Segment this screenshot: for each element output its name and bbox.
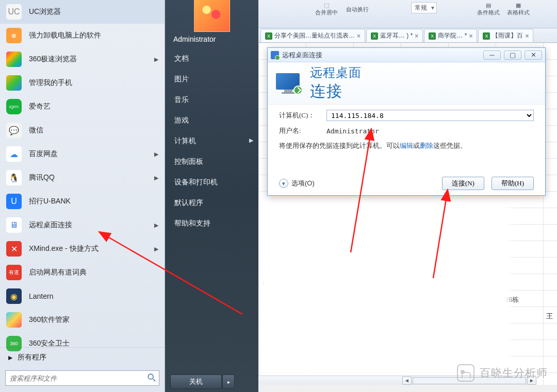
tab-close-icon[interactable]: × (525, 32, 529, 40)
program-item-0[interactable]: UCUC浏览器 (0, 0, 165, 24)
number-format-combo[interactable]: 常规 (411, 2, 437, 13)
shutdown-options-button[interactable]: ▸ (222, 374, 235, 389)
program-label: Lantern (29, 292, 53, 300)
program-item-10[interactable]: ✕XMind.exe - 快捷方式▶ (0, 237, 165, 261)
search-input[interactable] (5, 370, 159, 386)
username-value: Administrator (326, 127, 379, 135)
document-tab-0[interactable]: 分享个美国…量站点引流表…× (260, 29, 365, 42)
program-label: 远程桌面连接 (29, 220, 72, 230)
options-label: 选项(O) (291, 179, 315, 188)
program-label: 启动网易有道词典 (29, 268, 87, 277)
tab-label: 商学院… * (438, 31, 467, 40)
program-label: UC浏览器 (29, 7, 61, 16)
tab-close-icon[interactable]: × (357, 32, 361, 40)
start-right-item-3[interactable]: 游戏 (165, 110, 258, 131)
banner-line1: 远程桌面 (310, 64, 362, 81)
program-label: 百度网盘 (29, 149, 58, 159)
user-avatar[interactable] (194, 0, 230, 32)
table-style-button[interactable]: ▦表格样式 (507, 2, 530, 16)
excel-file-icon (371, 32, 378, 40)
program-icon (6, 312, 22, 328)
submenu-arrow-icon: ▶ (154, 151, 158, 158)
program-icon: 🖥 (6, 217, 22, 233)
tab-close-icon[interactable]: × (469, 32, 472, 40)
start-right-item-0[interactable]: 文档 (165, 48, 258, 69)
excel-file-icon (265, 32, 272, 40)
document-tab-1[interactable]: 蓝牙耳… ) *× (366, 29, 423, 42)
cell-text: 王 (546, 312, 553, 321)
all-programs-label: 所有程序 (18, 353, 46, 362)
watermark-text: 百晓生分析师 (480, 366, 548, 380)
program-item-11[interactable]: 有道启动网易有道词典 (0, 261, 165, 284)
program-item-6[interactable]: ☁百度网盘▶ (0, 142, 165, 166)
program-icon: 🐧 (6, 170, 22, 185)
program-label: 360极速浏览器 (29, 55, 77, 64)
program-label: XMind.exe - 快捷方式 (29, 244, 99, 253)
program-label: 强力卸载电脑上的软件 (29, 31, 101, 40)
start-right-item-8[interactable]: 帮助和支持 (165, 213, 258, 234)
document-tab-3[interactable]: 【雨课】百× (478, 29, 533, 42)
tab-label: 分享个美国…量站点引流表… (274, 31, 355, 40)
program-label: 管理我的手机 (29, 78, 72, 88)
start-right-item-6[interactable]: 设备和打印机 (165, 172, 258, 193)
program-item-8[interactable]: U招行U-BANK (0, 190, 165, 213)
merge-center-button[interactable]: ⬚合并居中 (315, 2, 338, 16)
credentials-note: 将使用保存的凭据连接到此计算机。可以编辑或删除这些凭据。 (279, 141, 534, 151)
svg-point-0 (148, 374, 153, 379)
conditional-format-button[interactable]: ▤条件格式 (477, 2, 500, 16)
dialog-title: 远程桌面连接 (282, 50, 322, 60)
program-icon: ☁ (6, 146, 22, 162)
program-item-5[interactable]: 💬微信 (0, 118, 165, 142)
start-right-item-2[interactable]: 音乐 (165, 90, 258, 110)
computer-label: 计算机(C)： (279, 111, 326, 120)
program-icon: 有道 (6, 265, 22, 280)
username-label: Administrator (165, 35, 258, 48)
help-button[interactable]: 帮助(H) (492, 177, 534, 190)
program-icon: ⎈ (6, 28, 22, 43)
edit-credentials-link[interactable]: 编辑 (400, 142, 413, 149)
program-icon: ◉ (6, 288, 22, 304)
start-right-item-5[interactable]: 控制面板 (165, 151, 258, 172)
document-tab-2[interactable]: 商学院… *× (424, 29, 477, 42)
program-icon: UC (6, 4, 22, 20)
program-label: 招行U-BANK (29, 197, 71, 206)
cell-text: 26栋 (505, 295, 519, 304)
program-item-2[interactable]: 360极速浏览器▶ (0, 47, 165, 71)
all-programs-button[interactable]: ▶ 所有程序 (0, 347, 165, 367)
program-item-9[interactable]: 🖥远程桌面连接▶ (0, 213, 165, 237)
tab-label: 蓝牙耳… ) * (380, 31, 413, 40)
submenu-arrow-icon: ▶ (154, 56, 158, 63)
scroll-left-button[interactable]: ◄ (402, 377, 412, 385)
delete-credentials-link[interactable]: 删除 (420, 142, 433, 149)
program-item-1[interactable]: ⎈强力卸载电脑上的软件 (0, 24, 165, 47)
shutdown-label: 关机 (189, 377, 203, 386)
remote-desktop-dialog: 远程桌面连接 ─ ▢ ✕ 远程桌面 连接 计算机(C)： 114.115.184… (267, 47, 546, 196)
document-tabs: 分享个美国…量站点引流表…×蓝牙耳… ) *×商学院… *×【雨课】百× (258, 28, 557, 43)
program-icon (6, 52, 22, 67)
maximize-button[interactable]: ▢ (504, 50, 521, 60)
tab-close-icon[interactable]: × (415, 32, 418, 40)
program-item-4[interactable]: iQIYI爱奇艺 (0, 95, 165, 118)
options-toggle[interactable]: ▾ 选项(O) (279, 179, 315, 188)
program-label: 360软件管家 (29, 315, 70, 325)
program-icon: ✕ (6, 241, 22, 257)
connect-button[interactable]: 连接(N) (442, 177, 484, 190)
shutdown-button[interactable]: 关机 ▸ (170, 374, 222, 389)
program-icon: U (6, 194, 22, 209)
program-item-12[interactable]: ◉Lantern (0, 284, 165, 308)
program-item-7[interactable]: 🐧腾讯QQ▶ (0, 166, 165, 190)
svg-line-1 (153, 379, 156, 382)
excel-file-icon (483, 32, 490, 40)
wrap-text-button[interactable]: 自动换行 (346, 6, 369, 13)
start-right-item-1[interactable]: 图片 (165, 69, 258, 90)
start-right-item-7[interactable]: 默认程序 (165, 193, 258, 213)
program-icon (6, 75, 22, 91)
close-button[interactable]: ✕ (525, 50, 542, 60)
start-right-item-4[interactable]: 计算机▶ (165, 131, 258, 151)
program-item-3[interactable]: 管理我的手机 (0, 71, 165, 95)
minimize-button[interactable]: ─ (483, 50, 501, 60)
excel-ribbon: ⬚合并居中 自动换行 常规 ▤条件格式 ▦表格样式 (258, 0, 557, 28)
program-item-13[interactable]: 360软件管家 (0, 308, 165, 332)
dialog-titlebar[interactable]: 远程桌面连接 ─ ▢ ✕ (268, 48, 545, 62)
computer-combo[interactable]: 114.115.184.8 (326, 110, 534, 121)
